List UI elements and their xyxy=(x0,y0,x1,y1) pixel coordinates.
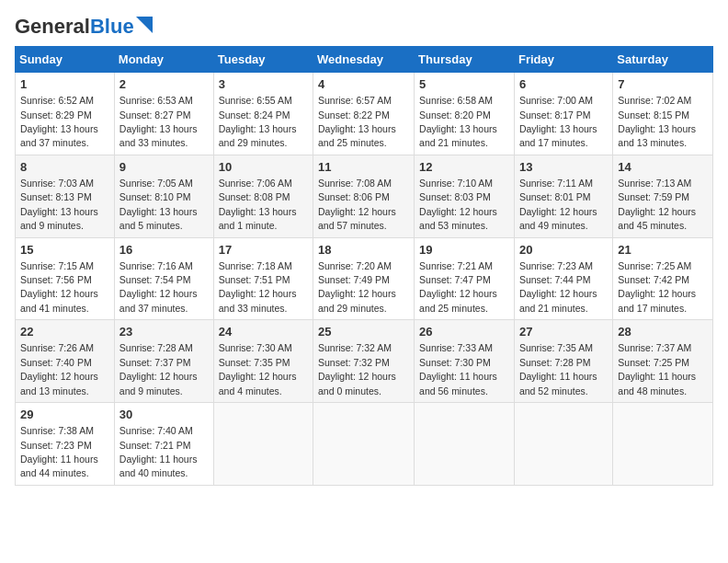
calendar-cell: 28 Sunrise: 7:37 AMSunset: 7:25 PMDaylig… xyxy=(613,320,713,403)
calendar-cell: 12 Sunrise: 7:10 AMSunset: 8:03 PMDaylig… xyxy=(415,155,515,237)
calendar-cell xyxy=(313,403,415,486)
day-info: Sunrise: 7:08 AMSunset: 8:06 PMDaylight:… xyxy=(318,178,396,231)
day-info: Sunrise: 7:18 AMSunset: 7:51 PMDaylight:… xyxy=(219,260,297,314)
calendar-cell: 11 Sunrise: 7:08 AMSunset: 8:06 PMDaylig… xyxy=(313,155,415,237)
day-number: 21 xyxy=(618,242,708,259)
weekday-header-thursday: Thursday xyxy=(415,47,515,73)
calendar-cell: 1 Sunrise: 6:52 AMSunset: 8:29 PMDayligh… xyxy=(16,73,115,155)
logo-arrow-icon xyxy=(136,17,153,37)
weekday-header-saturday: Saturday xyxy=(613,47,713,73)
day-info: Sunrise: 7:40 AMSunset: 7:21 PMDaylight:… xyxy=(119,425,198,478)
day-number: 8 xyxy=(20,159,109,176)
day-info: Sunrise: 7:02 AMSunset: 8:15 PMDaylight:… xyxy=(618,95,696,148)
day-info: Sunrise: 7:11 AMSunset: 8:01 PMDaylight:… xyxy=(519,178,597,231)
weekday-header-monday: Monday xyxy=(114,47,213,73)
logo: General Blue xyxy=(15,15,153,39)
day-info: Sunrise: 7:03 AMSunset: 8:13 PMDaylight:… xyxy=(20,178,98,231)
day-info: Sunrise: 7:28 AMSunset: 7:37 PMDaylight:… xyxy=(119,342,198,396)
day-info: Sunrise: 7:00 AMSunset: 8:17 PMDaylight:… xyxy=(519,95,597,148)
day-number: 2 xyxy=(119,76,209,93)
weekday-header-wednesday: Wednesday xyxy=(313,47,415,73)
calendar-cell: 13 Sunrise: 7:11 AMSunset: 8:01 PMDaylig… xyxy=(514,155,612,237)
calendar-cell: 25 Sunrise: 7:32 AMSunset: 7:32 PMDaylig… xyxy=(313,320,415,403)
day-number: 10 xyxy=(219,159,308,176)
day-number: 27 xyxy=(519,324,608,340)
day-number: 7 xyxy=(618,76,708,93)
header: General Blue xyxy=(15,15,713,39)
day-number: 26 xyxy=(419,324,509,340)
calendar-table: SundayMondayTuesdayWednesdayThursdayFrid… xyxy=(15,46,713,486)
calendar-cell: 17 Sunrise: 7:18 AMSunset: 7:51 PMDaylig… xyxy=(213,237,313,320)
logo-blue: Blue xyxy=(90,15,134,39)
day-number: 17 xyxy=(219,242,308,259)
svg-marker-0 xyxy=(136,17,153,33)
calendar-cell: 18 Sunrise: 7:20 AMSunset: 7:49 PMDaylig… xyxy=(313,237,415,320)
weekday-header-row: SundayMondayTuesdayWednesdayThursdayFrid… xyxy=(16,47,713,73)
calendar-cell: 20 Sunrise: 7:23 AMSunset: 7:44 PMDaylig… xyxy=(514,237,612,320)
day-number: 22 xyxy=(20,324,109,340)
day-info: Sunrise: 7:35 AMSunset: 7:28 PMDaylight:… xyxy=(519,342,597,396)
calendar-cell xyxy=(213,403,313,486)
day-number: 13 xyxy=(519,159,608,176)
day-info: Sunrise: 7:38 AMSunset: 7:23 PMDaylight:… xyxy=(20,425,98,478)
weekday-header-tuesday: Tuesday xyxy=(213,47,313,73)
calendar-cell: 16 Sunrise: 7:16 AMSunset: 7:54 PMDaylig… xyxy=(114,237,213,320)
day-number: 5 xyxy=(419,76,509,93)
day-info: Sunrise: 6:55 AMSunset: 8:24 PMDaylight:… xyxy=(219,95,297,148)
day-info: Sunrise: 7:20 AMSunset: 7:49 PMDaylight:… xyxy=(318,260,396,314)
calendar-cell: 10 Sunrise: 7:06 AMSunset: 8:08 PMDaylig… xyxy=(213,155,313,237)
day-info: Sunrise: 7:23 AMSunset: 7:44 PMDaylight:… xyxy=(519,260,597,314)
calendar-cell: 9 Sunrise: 7:05 AMSunset: 8:10 PMDayligh… xyxy=(114,155,213,237)
calendar-cell: 26 Sunrise: 7:33 AMSunset: 7:30 PMDaylig… xyxy=(415,320,515,403)
calendar-cell xyxy=(514,403,612,486)
calendar-cell: 8 Sunrise: 7:03 AMSunset: 8:13 PMDayligh… xyxy=(16,155,115,237)
day-number: 12 xyxy=(419,159,509,176)
day-number: 18 xyxy=(318,242,409,259)
day-number: 3 xyxy=(219,76,308,93)
calendar-cell: 5 Sunrise: 6:58 AMSunset: 8:20 PMDayligh… xyxy=(415,73,515,155)
calendar-cell: 3 Sunrise: 6:55 AMSunset: 8:24 PMDayligh… xyxy=(213,73,313,155)
day-info: Sunrise: 7:21 AMSunset: 7:47 PMDaylight:… xyxy=(419,260,497,314)
day-info: Sunrise: 7:25 AMSunset: 7:42 PMDaylight:… xyxy=(618,260,696,314)
week-row-1: 1 Sunrise: 6:52 AMSunset: 8:29 PMDayligh… xyxy=(16,73,713,155)
week-row-3: 15 Sunrise: 7:15 AMSunset: 7:56 PMDaylig… xyxy=(16,237,713,320)
calendar-cell: 30 Sunrise: 7:40 AMSunset: 7:21 PMDaylig… xyxy=(114,403,213,486)
calendar-cell: 22 Sunrise: 7:26 AMSunset: 7:40 PMDaylig… xyxy=(16,320,115,403)
calendar-cell: 7 Sunrise: 7:02 AMSunset: 8:15 PMDayligh… xyxy=(613,73,713,155)
day-number: 20 xyxy=(519,242,608,259)
calendar-cell xyxy=(613,403,713,486)
calendar-cell: 15 Sunrise: 7:15 AMSunset: 7:56 PMDaylig… xyxy=(16,237,115,320)
day-info: Sunrise: 6:58 AMSunset: 8:20 PMDaylight:… xyxy=(419,95,497,148)
calendar-cell: 24 Sunrise: 7:30 AMSunset: 7:35 PMDaylig… xyxy=(213,320,313,403)
day-info: Sunrise: 7:06 AMSunset: 8:08 PMDaylight:… xyxy=(219,178,297,231)
day-number: 16 xyxy=(119,242,209,259)
calendar-cell: 19 Sunrise: 7:21 AMSunset: 7:47 PMDaylig… xyxy=(415,237,515,320)
calendar-cell xyxy=(415,403,515,486)
day-info: Sunrise: 7:30 AMSunset: 7:35 PMDaylight:… xyxy=(219,342,297,396)
day-number: 14 xyxy=(618,159,708,176)
day-number: 1 xyxy=(20,76,109,93)
day-info: Sunrise: 7:32 AMSunset: 7:32 PMDaylight:… xyxy=(318,342,396,396)
day-info: Sunrise: 6:52 AMSunset: 8:29 PMDaylight:… xyxy=(20,95,98,148)
day-info: Sunrise: 7:13 AMSunset: 7:59 PMDaylight:… xyxy=(618,178,696,231)
day-number: 24 xyxy=(219,324,308,340)
day-number: 6 xyxy=(519,76,608,93)
calendar-body: 1 Sunrise: 6:52 AMSunset: 8:29 PMDayligh… xyxy=(16,73,713,486)
day-info: Sunrise: 7:05 AMSunset: 8:10 PMDaylight:… xyxy=(119,178,198,231)
day-number: 15 xyxy=(20,242,109,259)
calendar-cell: 6 Sunrise: 7:00 AMSunset: 8:17 PMDayligh… xyxy=(514,73,612,155)
day-number: 19 xyxy=(419,242,509,259)
day-info: Sunrise: 7:33 AMSunset: 7:30 PMDaylight:… xyxy=(419,342,497,396)
day-number: 4 xyxy=(318,76,409,93)
day-number: 30 xyxy=(119,407,209,423)
calendar-cell: 4 Sunrise: 6:57 AMSunset: 8:22 PMDayligh… xyxy=(313,73,415,155)
calendar-cell: 23 Sunrise: 7:28 AMSunset: 7:37 PMDaylig… xyxy=(114,320,213,403)
calendar-cell: 2 Sunrise: 6:53 AMSunset: 8:27 PMDayligh… xyxy=(114,73,213,155)
day-info: Sunrise: 7:10 AMSunset: 8:03 PMDaylight:… xyxy=(419,178,497,231)
calendar-cell: 29 Sunrise: 7:38 AMSunset: 7:23 PMDaylig… xyxy=(16,403,115,486)
weekday-header-sunday: Sunday xyxy=(16,47,115,73)
day-info: Sunrise: 7:26 AMSunset: 7:40 PMDaylight:… xyxy=(20,342,98,396)
day-info: Sunrise: 7:37 AMSunset: 7:25 PMDaylight:… xyxy=(618,342,696,396)
day-number: 11 xyxy=(318,159,409,176)
day-number: 29 xyxy=(20,407,109,423)
